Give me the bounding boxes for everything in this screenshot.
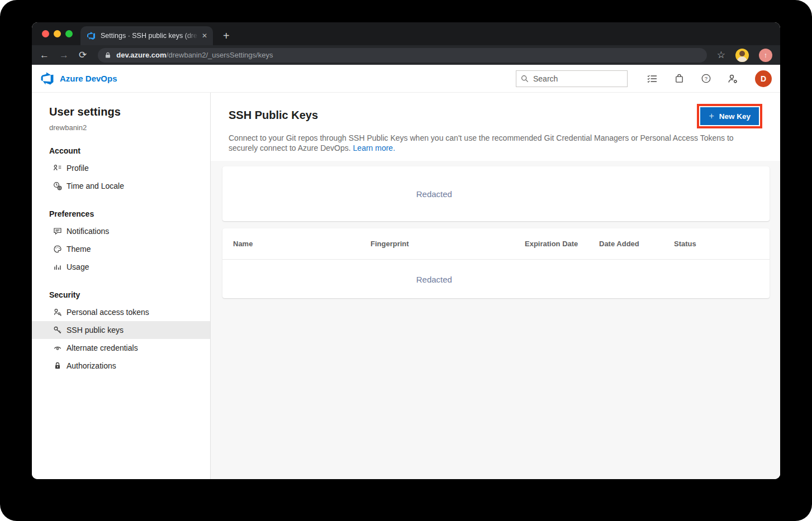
table-header-row: NameFingerprintExpiration DateDate Added… bbox=[222, 228, 770, 260]
new-key-button-highlight: + New Key bbox=[697, 104, 762, 128]
user-avatar[interactable]: D bbox=[755, 70, 772, 87]
plus-icon: + bbox=[709, 112, 714, 121]
lock-secure-icon bbox=[105, 52, 111, 59]
settings-sidebar: User settings drewbanin2 AccountProfileT… bbox=[32, 93, 211, 479]
sidebar-title: User settings bbox=[49, 106, 210, 118]
browser-tab[interactable]: Settings · SSH public keys (dre ✕ bbox=[80, 26, 213, 45]
tab-close-icon[interactable]: ✕ bbox=[202, 32, 207, 40]
search-box[interactable] bbox=[516, 70, 628, 87]
sidebar-item-label: Alternate credentials bbox=[67, 343, 138, 352]
search-input[interactable] bbox=[533, 74, 617, 83]
lock-icon bbox=[53, 361, 62, 370]
close-window-button[interactable] bbox=[42, 30, 49, 37]
sidebar-item-label: Time and Locale bbox=[67, 181, 124, 190]
usage-icon bbox=[53, 262, 62, 271]
search-icon bbox=[521, 75, 529, 83]
sidebar-item-alternate-credentials[interactable]: Alternate credentials bbox=[32, 339, 210, 357]
sidebar-item-label: Theme bbox=[67, 245, 91, 254]
sidebar-item-label: SSH public keys bbox=[67, 326, 124, 334]
bookmark-star-icon[interactable]: ☆ bbox=[717, 49, 725, 61]
column-header-date-added: Date Added bbox=[599, 240, 674, 248]
section-label-preferences: Preferences bbox=[49, 209, 210, 218]
page-content: User settings drewbanin2 AccountProfileT… bbox=[32, 93, 780, 479]
column-header-fingerprint: Fingerprint bbox=[371, 240, 525, 248]
token-icon bbox=[53, 308, 62, 317]
new-key-button[interactable]: + New Key bbox=[700, 107, 759, 125]
user-settings-gear-icon[interactable] bbox=[727, 73, 738, 84]
chrome-profile-avatar[interactable] bbox=[735, 49, 749, 62]
theme-icon bbox=[53, 245, 62, 254]
notifications-icon bbox=[53, 227, 62, 236]
title-row: SSH Public Keys + New Key bbox=[229, 104, 762, 128]
minimize-window-button[interactable] bbox=[54, 30, 61, 37]
window-controls bbox=[32, 22, 80, 45]
sidebar-item-time-and-locale[interactable]: Time and Locale bbox=[32, 177, 210, 195]
url-path: /drewbanin2/_usersSettings/keys bbox=[167, 51, 273, 59]
section-label-account: Account bbox=[49, 146, 210, 155]
tab-title: Settings · SSH public keys (dre bbox=[101, 32, 198, 40]
help-icon[interactable]: ? bbox=[700, 73, 711, 84]
sidebar-sections: AccountProfileTime and LocalePreferences… bbox=[32, 146, 210, 375]
learn-more-link[interactable]: Learn more. bbox=[353, 144, 395, 152]
profile-card-icon bbox=[53, 164, 62, 173]
forward-icon[interactable]: → bbox=[59, 50, 69, 60]
redacted-banner-card: Redacted bbox=[222, 166, 770, 221]
sidebar-item-label: Profile bbox=[67, 164, 89, 173]
keys-table-card: NameFingerprintExpiration DateDate Added… bbox=[222, 228, 770, 298]
reload-icon[interactable]: ⟳ bbox=[79, 50, 87, 60]
screenshot-background: Settings · SSH public keys (dre ✕ + ← → … bbox=[0, 0, 812, 521]
main-pane: SSH Public Keys + New Key Connect to you… bbox=[211, 93, 780, 479]
keys-panel: Redacted NameFingerprintExpiration DateD… bbox=[211, 161, 780, 479]
back-icon[interactable]: ← bbox=[40, 50, 49, 60]
key-icon bbox=[53, 326, 62, 334]
address-bar[interactable]: dev.azure.com/drewbanin2/_usersSettings/… bbox=[98, 48, 707, 63]
page-title: SSH Public Keys bbox=[229, 104, 318, 122]
header-actions: ? D bbox=[516, 70, 772, 87]
sidebar-item-personal-access-tokens[interactable]: Personal access tokens bbox=[32, 303, 210, 321]
redacted-text: Redacted bbox=[416, 189, 452, 199]
time-locale-icon bbox=[53, 181, 62, 190]
avatar-head-shape bbox=[739, 51, 745, 56]
sidebar-item-label: Authorizations bbox=[67, 361, 116, 370]
browser-window: Settings · SSH public keys (dre ✕ + ← → … bbox=[32, 22, 780, 479]
eye-icon bbox=[53, 343, 62, 352]
redacted-row-text: Redacted bbox=[416, 274, 452, 284]
svg-text:?: ? bbox=[704, 75, 707, 82]
azure-devops-favicon bbox=[87, 31, 96, 40]
page-description: Connect to your Git repos through SSH Pu… bbox=[229, 133, 754, 153]
task-list-icon[interactable] bbox=[647, 73, 658, 84]
tab-strip: Settings · SSH public keys (dre ✕ + bbox=[32, 22, 780, 45]
sidebar-item-label: Notifications bbox=[67, 227, 109, 236]
chrome-update-button[interactable]: ↑ bbox=[759, 49, 772, 62]
brand-title[interactable]: Azure DevOps bbox=[60, 74, 117, 83]
sidebar-item-theme[interactable]: Theme bbox=[32, 240, 210, 258]
sidebar-item-usage[interactable]: Usage bbox=[32, 258, 210, 276]
sidebar-item-label: Personal access tokens bbox=[67, 308, 149, 317]
table-row: Redacted bbox=[222, 260, 770, 298]
azure-devops-logo-icon[interactable] bbox=[40, 71, 54, 85]
avatar-body-shape bbox=[737, 56, 747, 62]
sidebar-item-authorizations[interactable]: Authorizations bbox=[32, 357, 210, 375]
column-header-expiration-date: Expiration Date bbox=[525, 240, 599, 248]
sidebar-item-notifications[interactable]: Notifications bbox=[32, 222, 210, 240]
sidebar-item-profile[interactable]: Profile bbox=[32, 159, 210, 177]
sidebar-username: drewbanin2 bbox=[49, 123, 210, 132]
sidebar-item-label: Usage bbox=[67, 262, 89, 271]
zoom-window-button[interactable] bbox=[65, 30, 73, 37]
marketplace-bag-icon[interactable] bbox=[673, 73, 685, 84]
url-domain: dev.azure.com bbox=[116, 51, 166, 59]
browser-toolbar: ← → ⟳ dev.azure.com/drewbanin2/_usersSet… bbox=[32, 45, 780, 65]
main-header: SSH Public Keys + New Key Connect to you… bbox=[211, 93, 780, 153]
sidebar-item-ssh-public-keys[interactable]: SSH public keys bbox=[32, 321, 210, 339]
section-label-security: Security bbox=[49, 290, 210, 299]
column-header-name: Name bbox=[233, 240, 371, 248]
azure-devops-header: Azure DevOps bbox=[32, 65, 780, 93]
new-tab-button[interactable]: + bbox=[223, 30, 230, 41]
column-header-status: Status bbox=[674, 240, 770, 248]
